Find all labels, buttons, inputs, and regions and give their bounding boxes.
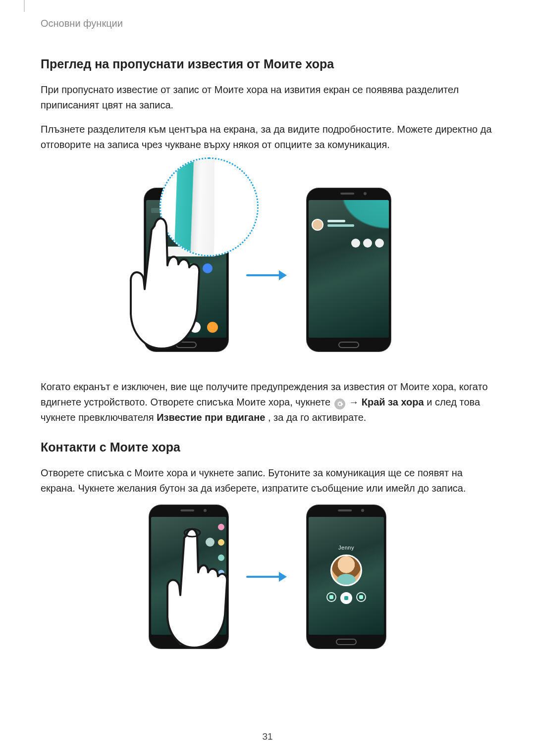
email-icon	[356, 592, 366, 602]
page-content: Основни функции Преглед на пропуснати из…	[0, 0, 535, 688]
section1-paragraph-3: Когато екранът е изключен, вие ще получи…	[41, 379, 494, 425]
illustration-row-2: Jenny	[41, 505, 494, 649]
section2-paragraph-1: Отворете списъка с Моите хора и чукнете …	[41, 465, 494, 496]
p3-part-c: , за да го активирате.	[268, 412, 367, 423]
zoom-callout	[160, 157, 259, 256]
phone-left-2-screen	[151, 517, 226, 635]
gear-small-icon	[206, 538, 214, 547]
breadcrumb: Основни функции	[41, 18, 494, 29]
p3-bold-1: Край за хора	[362, 397, 424, 407]
call-icon	[326, 592, 336, 602]
page-number: 31	[0, 731, 535, 742]
edge-action-icons	[351, 239, 384, 248]
edge-notification	[312, 219, 386, 231]
section1-paragraph-1: При пропуснато известие от запис от Моит…	[41, 82, 494, 113]
page-margin-mark	[24, 0, 25, 12]
contact-panel: Jenny	[309, 545, 384, 604]
section2-title: Контакти с Моите хора	[41, 440, 494, 454]
contact-name: Jenny	[309, 545, 384, 551]
phone-right-2: Jenny	[307, 505, 386, 649]
section1-paragraph-2: Плъзнете разделителя към центъра на екра…	[41, 122, 494, 152]
phone-left-2	[149, 505, 228, 649]
arrow-right-icon	[246, 570, 289, 584]
section1-title: Преглед на пропуснати известия от Моите …	[41, 57, 494, 71]
phone-right-1	[307, 188, 391, 352]
contact-avatar-large-icon	[330, 554, 362, 586]
p3-arrow-glyph: →	[349, 397, 362, 407]
arrow-right-icon	[246, 268, 289, 282]
illustration-row-1	[41, 161, 494, 359]
contact-avatar-icon	[312, 219, 323, 231]
gear-icon	[334, 399, 345, 409]
message-icon	[340, 592, 352, 604]
p3-bold-2: Известие при вдигане	[157, 412, 265, 423]
phone-right-1-screen	[309, 200, 389, 338]
phone-right-2-screen: Jenny	[309, 517, 384, 635]
